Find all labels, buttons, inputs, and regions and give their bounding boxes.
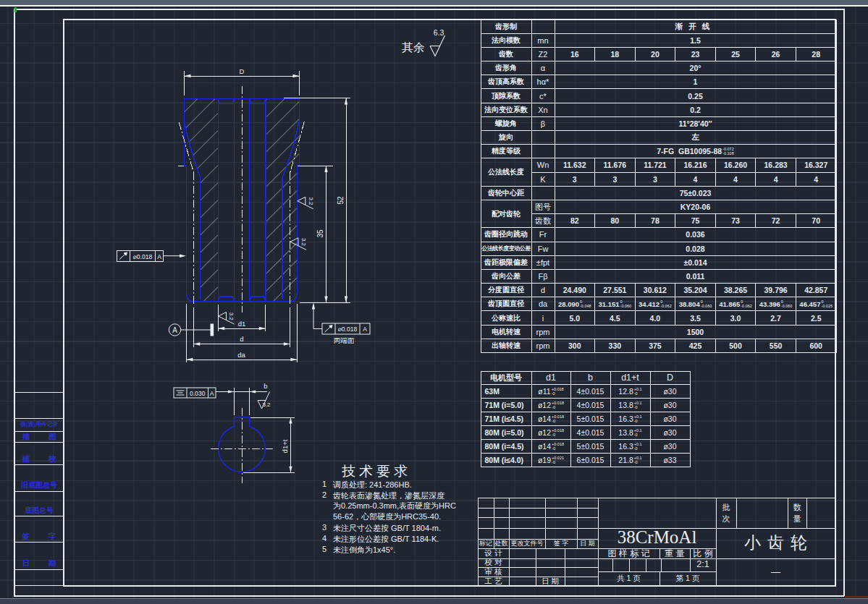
tech-req-line: 为0.25mm-0.3mm,表面硬度为HRC <box>322 501 489 511</box>
status-bar <box>0 599 868 604</box>
tech-req-line-text: 未注倒角为1x45°. <box>333 545 395 555</box>
cad-viewer-canvas: D 52 35 d1 d da A ⌀0.01 <box>0 0 868 604</box>
tech-req-line-text: 未注尺寸公差按 GB/T 1804-m. <box>333 523 441 533</box>
tech-req-title: 技术要求 <box>329 463 424 479</box>
tech-req-line-text: 齿轮表面渗氮处理，渗氮层深度 <box>333 490 444 501</box>
tech-req-line-no: 1 <box>322 480 333 490</box>
tech-req-line-no <box>322 501 333 511</box>
tech-req-line-no: 5 <box>322 545 333 555</box>
tech-req-line-text: 未注形位公差按 GB/T 1184-K. <box>333 534 439 544</box>
tech-req-line: 1调质处理: 241-286HB. <box>322 480 489 490</box>
tech-req-line: 56-62，心部硬度为HRC35-40. <box>322 511 489 522</box>
technical-requirements: 技术要求1调质处理: 241-286HB.2齿轮表面渗氮处理，渗氮层深度为0.2… <box>0 0 868 604</box>
tech-req-line: 4未注形位公差按 GB/T 1184-K. <box>322 534 489 544</box>
top-toolbar-edge <box>0 0 868 5</box>
tech-req-line-no <box>322 511 333 522</box>
tech-req-line: 3未注尺寸公差按 GB/T 1804-m. <box>322 523 489 533</box>
tech-req-line-text: 为0.25mm-0.3mm,表面硬度为HRC <box>333 501 456 511</box>
tech-req-line: 2齿轮表面渗氮处理，渗氮层深度 <box>322 490 489 501</box>
tech-req-line-no: 4 <box>322 534 333 544</box>
tech-req-line-text: 调质处理: 241-286HB. <box>333 480 412 490</box>
tech-req-line-text: 56-62，心部硬度为HRC35-40. <box>333 511 441 522</box>
top-toolbar-line <box>0 5 868 7</box>
tech-req-line: 5未注倒角为1x45°. <box>322 545 489 555</box>
tech-req-line-no: 3 <box>322 523 333 533</box>
paper-limit-line <box>844 596 868 597</box>
tech-req-line-no: 2 <box>322 490 333 501</box>
selection-mark <box>14 7 17 12</box>
